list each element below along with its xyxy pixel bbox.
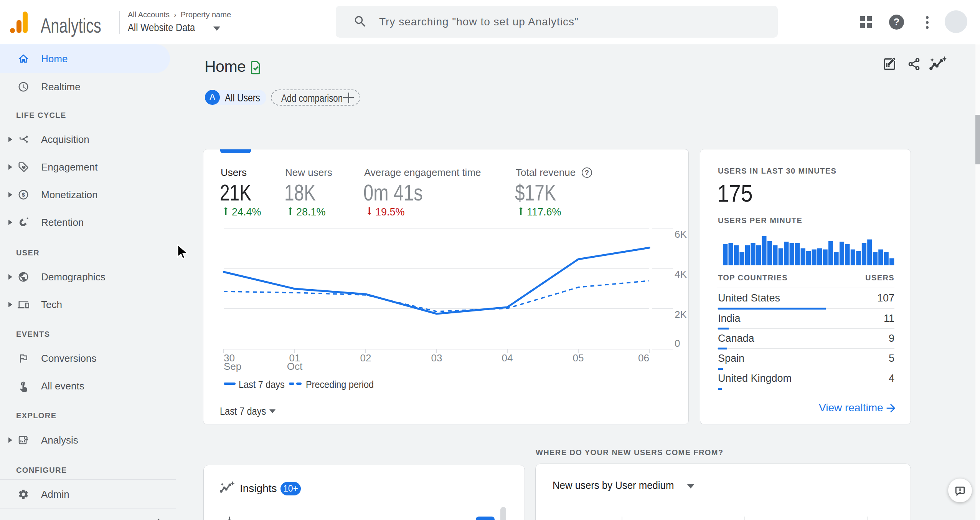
svg-text:05: 05: [573, 352, 584, 364]
svg-text:4K: 4K: [675, 268, 687, 280]
svg-text:03: 03: [431, 352, 442, 364]
svg-text:Sep: Sep: [224, 361, 241, 372]
svg-text:04: 04: [502, 352, 513, 364]
svg-text:02: 02: [360, 352, 371, 364]
svg-text:06: 06: [638, 352, 649, 364]
svg-text:0: 0: [675, 338, 680, 349]
svg-text:$: $: [22, 191, 25, 198]
svg-text:6K: 6K: [675, 229, 687, 240]
svg-text:Oct: Oct: [287, 361, 303, 372]
svg-text:2K: 2K: [675, 309, 687, 320]
